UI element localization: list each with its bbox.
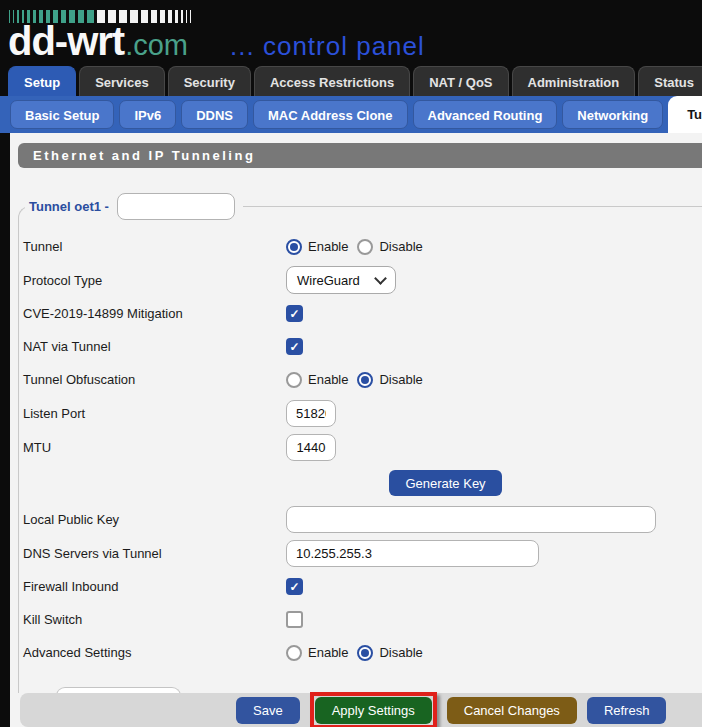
tunnel-legend-label: Tunnel oet1 - [29, 199, 109, 214]
tunnel-radio-group: Enable Disable [286, 239, 426, 255]
row-advanced-settings: Advanced Settings Enable Disable [23, 636, 702, 669]
refresh-button[interactable]: Refresh [587, 697, 667, 724]
subtab-advanced-routing[interactable]: Advanced Routing [413, 100, 558, 129]
kill-switch-label: Kill Switch [23, 612, 286, 627]
tab-setup[interactable]: Setup [8, 66, 76, 96]
nat-via-tunnel-label: NAT via Tunnel [23, 339, 286, 354]
tab-status[interactable]: Status [638, 66, 702, 96]
header: dd-wrt.com ... control panel [0, 0, 702, 66]
row-cve-mitigation: CVE-2019-14899 Mitigation ✓ [23, 297, 702, 330]
apply-settings-button[interactable]: Apply Settings [315, 697, 432, 724]
advanced-settings-disable-label: Disable [379, 645, 422, 660]
row-nat-via-tunnel: NAT via Tunnel ✓ [23, 330, 702, 363]
main-tab-bar: Setup Services Security Access Restricti… [0, 66, 702, 96]
apply-settings-highlight-box: Apply Settings [310, 692, 437, 727]
check-icon: ✓ [289, 581, 299, 593]
tab-services[interactable]: Services [79, 66, 165, 96]
logo-ddwrt-text: dd-wrt [8, 24, 124, 58]
tunnel-enable-radio[interactable] [286, 239, 302, 255]
subtab-basic-setup[interactable]: Basic Setup [10, 100, 114, 129]
row-firewall-inbound: Firewall Inbound ✓ [23, 570, 702, 603]
row-mtu: MTU [23, 430, 702, 464]
dd-wrt-control-panel: dd-wrt.com ... control panel Setup Servi… [0, 0, 702, 727]
logo-tagline-text: ... control panel [230, 29, 425, 63]
tab-nat-qos[interactable]: NAT / QoS [413, 66, 508, 96]
save-button[interactable]: Save [236, 697, 300, 724]
check-icon: ✓ [289, 341, 299, 353]
tunnel-disable-label: Disable [379, 239, 422, 254]
cancel-changes-button[interactable]: Cancel Changes [447, 697, 577, 724]
tab-access-restrictions[interactable]: Access Restrictions [254, 66, 410, 96]
local-public-key-input[interactable] [286, 506, 656, 533]
listen-port-input[interactable] [286, 400, 336, 427]
generate-key-button[interactable]: Generate Key [389, 470, 502, 496]
protocol-type-select[interactable]: WireGuard [286, 266, 396, 294]
tunnel-obfuscation-enable-radio[interactable] [286, 372, 302, 388]
subtab-networking[interactable]: Networking [562, 100, 663, 129]
tab-security[interactable]: Security [168, 66, 251, 96]
chevron-down-icon [374, 272, 387, 285]
tunnel-legend: Tunnel oet1 - [25, 193, 243, 220]
page-body: Ethernet and IP Tunneling Tunnel oet1 - … [10, 133, 702, 727]
cve-mitigation-checkbox[interactable]: ✓ [286, 305, 303, 322]
listen-port-label: Listen Port [23, 406, 286, 421]
subtab-ipv6[interactable]: IPv6 [119, 100, 176, 129]
tunnel-obfuscation-enable-label: Enable [308, 372, 348, 387]
row-tunnel: Tunnel Enable Disable [23, 230, 702, 263]
local-public-key-label: Local Public Key [23, 512, 286, 527]
tunnel-label: Tunnel [23, 239, 286, 254]
logo: dd-wrt.com ... control panel [0, 24, 702, 63]
firewall-inbound-label: Firewall Inbound [23, 579, 286, 594]
mtu-input[interactable] [286, 434, 336, 461]
sub-tab-bar: Basic Setup IPv6 DDNS MAC Address Clone … [0, 96, 702, 133]
advanced-settings-enable-label: Enable [308, 645, 348, 660]
content-area: Ethernet and IP Tunneling Tunnel oet1 - … [10, 133, 702, 693]
row-listen-port: Listen Port [23, 396, 702, 430]
tunnel-name-input[interactable] [117, 193, 235, 220]
row-protocol-type: Protocol Type WireGuard [23, 263, 702, 297]
tunnel-obfuscation-label: Tunnel Obfuscation [23, 372, 286, 387]
check-icon: ✓ [289, 308, 299, 320]
row-kill-switch: Kill Switch ✓ [23, 603, 702, 636]
tunnel-obfuscation-disable-radio[interactable] [357, 372, 373, 388]
subtab-mac-address-clone[interactable]: MAC Address Clone [253, 100, 407, 129]
firewall-inbound-checkbox[interactable]: ✓ [286, 578, 303, 595]
subtab-tunnels[interactable]: Tunnels [668, 96, 702, 133]
row-local-public-key: Local Public Key [23, 502, 702, 536]
subtab-ddns[interactable]: DDNS [181, 100, 248, 129]
row-generate-key: Generate Key [23, 466, 702, 500]
tunnel-disable-radio[interactable] [357, 239, 373, 255]
tunnel-enable-label: Enable [308, 239, 348, 254]
dns-servers-label: DNS Servers via Tunnel [23, 546, 286, 561]
nat-via-tunnel-checkbox[interactable]: ✓ [286, 338, 303, 355]
footer-action-bar: Save Apply Settings Cancel Changes Refre… [20, 693, 702, 727]
dns-servers-input[interactable] [286, 540, 539, 567]
section-header: Ethernet and IP Tunneling [18, 143, 702, 168]
section-title: Ethernet and IP Tunneling [33, 148, 255, 163]
advanced-settings-enable-radio[interactable] [286, 645, 302, 661]
row-dns-servers: DNS Servers via Tunnel [23, 536, 702, 570]
tunnel-oet1-fieldset: Tunnel oet1 - Tunnel Enable Disable Prot… [18, 193, 702, 693]
advanced-settings-radio-group: Enable Disable [286, 645, 426, 661]
protocol-type-value: WireGuard [297, 273, 360, 288]
mtu-label: MTU [23, 440, 286, 455]
cve-mitigation-label: CVE-2019-14899 Mitigation [23, 306, 286, 321]
kill-switch-checkbox[interactable]: ✓ [286, 611, 303, 628]
tunnel-obfuscation-radio-group: Enable Disable [286, 372, 426, 388]
row-tunnel-obfuscation: Tunnel Obfuscation Enable Disable [23, 363, 702, 396]
protocol-type-label: Protocol Type [23, 273, 286, 288]
advanced-settings-label: Advanced Settings [23, 645, 286, 660]
advanced-settings-disable-radio[interactable] [357, 645, 373, 661]
logo-com-text: .com [125, 28, 188, 62]
tab-administration[interactable]: Administration [512, 66, 636, 96]
tunnel-obfuscation-disable-label: Disable [379, 372, 422, 387]
